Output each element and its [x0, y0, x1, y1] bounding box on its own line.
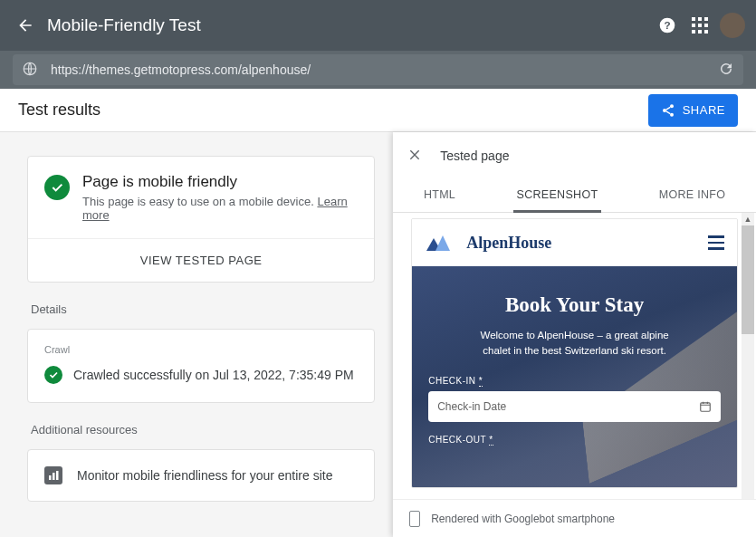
apps-grid-icon	[692, 17, 708, 34]
site-logo-icon	[425, 233, 452, 253]
url-text: https://themes.getmotopress.com/alpenhou…	[51, 62, 718, 77]
arrow-left-icon	[16, 16, 34, 34]
status-subtitle: This page is easy to use on a mobile dev…	[82, 195, 358, 222]
tab-more-info[interactable]: MORE INFO	[656, 179, 730, 212]
scrollbar-thumb[interactable]	[742, 225, 754, 334]
right-panel: Tested page HTML SCREENSHOT MORE INFO ▲ …	[393, 132, 756, 537]
hero-title: Book Your Stay	[428, 293, 721, 317]
mobile-preview: AlpenHouse Book Your Stay Welcome to Alp…	[411, 218, 738, 488]
additional-label: Additional resources	[31, 423, 375, 436]
results-title: Test results	[18, 101, 100, 120]
preview-area: ▲ AlpenHouse Book Your Stay Welcome to A…	[393, 213, 756, 499]
tested-page-title: Tested page	[440, 149, 509, 163]
app-title: Mobile-Friendly Test	[47, 15, 201, 35]
tab-screenshot[interactable]: SCREENSHOT	[513, 179, 602, 212]
svg-rect-16	[53, 473, 55, 480]
apps-button[interactable]	[684, 17, 716, 34]
status-title: Page is mobile friendly	[82, 173, 358, 191]
checkin-label: CHECK-IN *	[428, 376, 721, 386]
help-button[interactable]: ?	[651, 16, 684, 34]
left-column: Page is mobile friendly This page is eas…	[0, 132, 393, 537]
results-header: Test results SHARE	[0, 89, 756, 132]
view-tested-page-button[interactable]: VIEW TESTED PAGE	[44, 239, 358, 282]
svg-rect-6	[698, 24, 702, 27]
tab-html[interactable]: HTML	[420, 179, 459, 212]
reload-button[interactable]	[718, 61, 734, 80]
svg-rect-8	[692, 30, 695, 34]
bar-chart-icon	[44, 466, 62, 484]
svg-rect-5	[692, 24, 695, 27]
svg-rect-15	[49, 475, 52, 480]
preview-site-header: AlpenHouse	[412, 219, 737, 266]
main-area: Page is mobile friendly This page is eas…	[0, 132, 756, 537]
hamburger-menu-button[interactable]	[708, 235, 724, 250]
app-header: Mobile-Friendly Test ?	[0, 0, 756, 51]
right-panel-footer: Rendered with Googlebot smartphone	[393, 499, 756, 537]
svg-rect-3	[698, 17, 702, 21]
monitor-card[interactable]: Monitor mobile friendliness for your ent…	[27, 449, 375, 502]
url-input-wrap[interactable]: https://themes.getmotopress.com/alpenhou…	[13, 54, 743, 85]
close-icon	[407, 148, 422, 162]
preview-tabs: HTML SCREENSHOT MORE INFO	[393, 179, 756, 213]
monitor-text: Monitor mobile friendliness for your ent…	[77, 468, 332, 483]
help-icon: ?	[658, 16, 676, 34]
back-button[interactable]	[11, 16, 40, 34]
crawl-heading: Crawl	[44, 344, 358, 355]
checkout-label: CHECK-OUT *	[428, 435, 721, 445]
details-label: Details	[31, 302, 375, 316]
svg-rect-4	[704, 17, 708, 21]
site-brand: AlpenHouse	[466, 234, 551, 253]
svg-rect-10	[704, 30, 708, 34]
calendar-icon	[699, 400, 712, 413]
checkin-placeholder: Check-in Date	[437, 400, 506, 413]
globe-icon	[22, 61, 38, 80]
crawl-result-text: Crawled successfully on Jul 13, 2022, 7:…	[73, 368, 354, 382]
checkin-input[interactable]: Check-in Date	[428, 391, 721, 422]
crawl-success-icon	[44, 366, 62, 384]
status-card: Page is mobile friendly This page is eas…	[27, 156, 375, 283]
crawl-card[interactable]: Crawl Crawled successfully on Jul 13, 20…	[27, 329, 375, 403]
footer-text: Rendered with Googlebot smartphone	[431, 513, 615, 525]
svg-rect-18	[701, 402, 711, 410]
svg-rect-7	[704, 24, 708, 27]
right-panel-header: Tested page	[393, 132, 756, 179]
svg-rect-9	[698, 30, 702, 34]
svg-text:?: ?	[664, 19, 670, 31]
share-button[interactable]: SHARE	[648, 94, 738, 127]
reload-icon	[718, 61, 734, 77]
hero-subtitle: Welcome to AlpenHouse – a great alpine c…	[466, 328, 684, 360]
svg-point-13	[663, 109, 666, 112]
svg-rect-17	[56, 471, 59, 480]
svg-point-14	[670, 112, 674, 116]
account-avatar[interactable]	[720, 13, 745, 38]
smartphone-icon	[409, 511, 420, 527]
success-check-icon	[44, 175, 70, 200]
preview-hero: Book Your Stay Welcome to AlpenHouse – a…	[412, 266, 737, 487]
svg-rect-2	[692, 17, 695, 21]
svg-point-12	[670, 104, 674, 108]
share-icon	[661, 103, 675, 118]
close-panel-button[interactable]	[407, 148, 422, 165]
scroll-up-arrow[interactable]: ▲	[742, 213, 754, 225]
share-label: SHARE	[683, 103, 725, 117]
url-bar: https://themes.getmotopress.com/alpenhou…	[0, 51, 756, 89]
